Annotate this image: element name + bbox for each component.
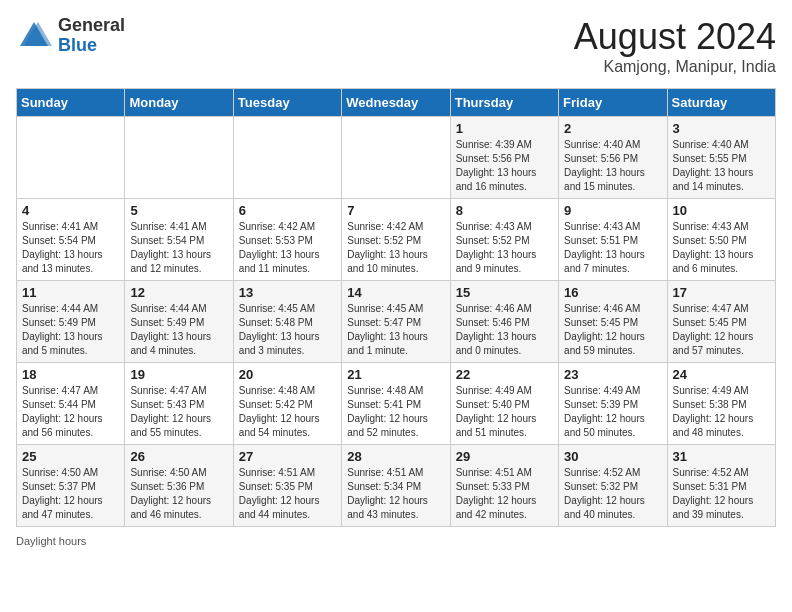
calendar-cell: 13Sunrise: 4:45 AM Sunset: 5:48 PM Dayli… (233, 281, 341, 363)
calendar-cell: 11Sunrise: 4:44 AM Sunset: 5:49 PM Dayli… (17, 281, 125, 363)
day-number: 16 (564, 285, 661, 300)
day-info: Sunrise: 4:49 AM Sunset: 5:38 PM Dayligh… (673, 384, 770, 440)
day-info: Sunrise: 4:49 AM Sunset: 5:40 PM Dayligh… (456, 384, 553, 440)
calendar-cell: 9Sunrise: 4:43 AM Sunset: 5:51 PM Daylig… (559, 199, 667, 281)
calendar-cell: 23Sunrise: 4:49 AM Sunset: 5:39 PM Dayli… (559, 363, 667, 445)
day-number: 19 (130, 367, 227, 382)
day-info: Sunrise: 4:49 AM Sunset: 5:39 PM Dayligh… (564, 384, 661, 440)
calendar-cell: 28Sunrise: 4:51 AM Sunset: 5:34 PM Dayli… (342, 445, 450, 527)
day-number: 17 (673, 285, 770, 300)
day-number: 24 (673, 367, 770, 382)
day-header-friday: Friday (559, 89, 667, 117)
calendar-week-3: 11Sunrise: 4:44 AM Sunset: 5:49 PM Dayli… (17, 281, 776, 363)
calendar-cell: 5Sunrise: 4:41 AM Sunset: 5:54 PM Daylig… (125, 199, 233, 281)
day-info: Sunrise: 4:47 AM Sunset: 5:44 PM Dayligh… (22, 384, 119, 440)
calendar-cell: 21Sunrise: 4:48 AM Sunset: 5:41 PM Dayli… (342, 363, 450, 445)
day-info: Sunrise: 4:48 AM Sunset: 5:42 PM Dayligh… (239, 384, 336, 440)
day-header-monday: Monday (125, 89, 233, 117)
calendar-cell: 12Sunrise: 4:44 AM Sunset: 5:49 PM Dayli… (125, 281, 233, 363)
calendar-cell: 22Sunrise: 4:49 AM Sunset: 5:40 PM Dayli… (450, 363, 558, 445)
logo-general-text: General (58, 16, 125, 36)
day-number: 22 (456, 367, 553, 382)
day-info: Sunrise: 4:51 AM Sunset: 5:33 PM Dayligh… (456, 466, 553, 522)
title-block: August 2024 Kamjong, Manipur, India (574, 16, 776, 76)
day-header-sunday: Sunday (17, 89, 125, 117)
calendar-week-1: 1Sunrise: 4:39 AM Sunset: 5:56 PM Daylig… (17, 117, 776, 199)
day-number: 8 (456, 203, 553, 218)
day-number: 11 (22, 285, 119, 300)
logo: General Blue (16, 16, 125, 56)
day-info: Sunrise: 4:41 AM Sunset: 5:54 PM Dayligh… (22, 220, 119, 276)
day-info: Sunrise: 4:43 AM Sunset: 5:50 PM Dayligh… (673, 220, 770, 276)
day-header-tuesday: Tuesday (233, 89, 341, 117)
day-info: Sunrise: 4:42 AM Sunset: 5:52 PM Dayligh… (347, 220, 444, 276)
day-number: 31 (673, 449, 770, 464)
calendar-cell (125, 117, 233, 199)
day-number: 26 (130, 449, 227, 464)
day-info: Sunrise: 4:52 AM Sunset: 5:31 PM Dayligh… (673, 466, 770, 522)
day-info: Sunrise: 4:45 AM Sunset: 5:47 PM Dayligh… (347, 302, 444, 358)
calendar-cell: 29Sunrise: 4:51 AM Sunset: 5:33 PM Dayli… (450, 445, 558, 527)
day-info: Sunrise: 4:46 AM Sunset: 5:45 PM Dayligh… (564, 302, 661, 358)
calendar-cell: 17Sunrise: 4:47 AM Sunset: 5:45 PM Dayli… (667, 281, 775, 363)
calendar-cell: 25Sunrise: 4:50 AM Sunset: 5:37 PM Dayli… (17, 445, 125, 527)
day-number: 25 (22, 449, 119, 464)
footer-note: Daylight hours (16, 535, 776, 547)
day-info: Sunrise: 4:48 AM Sunset: 5:41 PM Dayligh… (347, 384, 444, 440)
day-info: Sunrise: 4:39 AM Sunset: 5:56 PM Dayligh… (456, 138, 553, 194)
calendar-header-row: SundayMondayTuesdayWednesdayThursdayFrid… (17, 89, 776, 117)
calendar-cell: 19Sunrise: 4:47 AM Sunset: 5:43 PM Dayli… (125, 363, 233, 445)
day-number: 18 (22, 367, 119, 382)
day-info: Sunrise: 4:47 AM Sunset: 5:43 PM Dayligh… (130, 384, 227, 440)
day-number: 14 (347, 285, 444, 300)
calendar-cell: 18Sunrise: 4:47 AM Sunset: 5:44 PM Dayli… (17, 363, 125, 445)
calendar-cell: 6Sunrise: 4:42 AM Sunset: 5:53 PM Daylig… (233, 199, 341, 281)
day-header-saturday: Saturday (667, 89, 775, 117)
location: Kamjong, Manipur, India (574, 58, 776, 76)
day-info: Sunrise: 4:41 AM Sunset: 5:54 PM Dayligh… (130, 220, 227, 276)
calendar-cell: 3Sunrise: 4:40 AM Sunset: 5:55 PM Daylig… (667, 117, 775, 199)
day-number: 3 (673, 121, 770, 136)
calendar-week-5: 25Sunrise: 4:50 AM Sunset: 5:37 PM Dayli… (17, 445, 776, 527)
calendar-cell: 4Sunrise: 4:41 AM Sunset: 5:54 PM Daylig… (17, 199, 125, 281)
day-number: 5 (130, 203, 227, 218)
calendar-cell: 27Sunrise: 4:51 AM Sunset: 5:35 PM Dayli… (233, 445, 341, 527)
calendar-cell (233, 117, 341, 199)
calendar-cell: 30Sunrise: 4:52 AM Sunset: 5:32 PM Dayli… (559, 445, 667, 527)
day-number: 4 (22, 203, 119, 218)
calendar-cell: 15Sunrise: 4:46 AM Sunset: 5:46 PM Dayli… (450, 281, 558, 363)
day-number: 1 (456, 121, 553, 136)
day-info: Sunrise: 4:45 AM Sunset: 5:48 PM Dayligh… (239, 302, 336, 358)
day-number: 7 (347, 203, 444, 218)
logo-text: General Blue (58, 16, 125, 56)
day-info: Sunrise: 4:44 AM Sunset: 5:49 PM Dayligh… (130, 302, 227, 358)
day-number: 6 (239, 203, 336, 218)
day-info: Sunrise: 4:50 AM Sunset: 5:36 PM Dayligh… (130, 466, 227, 522)
day-info: Sunrise: 4:40 AM Sunset: 5:55 PM Dayligh… (673, 138, 770, 194)
calendar-cell (342, 117, 450, 199)
calendar-cell: 31Sunrise: 4:52 AM Sunset: 5:31 PM Dayli… (667, 445, 775, 527)
calendar-week-2: 4Sunrise: 4:41 AM Sunset: 5:54 PM Daylig… (17, 199, 776, 281)
day-number: 30 (564, 449, 661, 464)
logo-icon (16, 18, 52, 54)
calendar-week-4: 18Sunrise: 4:47 AM Sunset: 5:44 PM Dayli… (17, 363, 776, 445)
day-number: 10 (673, 203, 770, 218)
day-number: 15 (456, 285, 553, 300)
day-number: 9 (564, 203, 661, 218)
calendar-table: SundayMondayTuesdayWednesdayThursdayFrid… (16, 88, 776, 527)
calendar-cell: 8Sunrise: 4:43 AM Sunset: 5:52 PM Daylig… (450, 199, 558, 281)
day-number: 12 (130, 285, 227, 300)
day-info: Sunrise: 4:42 AM Sunset: 5:53 PM Dayligh… (239, 220, 336, 276)
calendar-cell: 10Sunrise: 4:43 AM Sunset: 5:50 PM Dayli… (667, 199, 775, 281)
day-info: Sunrise: 4:40 AM Sunset: 5:56 PM Dayligh… (564, 138, 661, 194)
calendar-cell: 20Sunrise: 4:48 AM Sunset: 5:42 PM Dayli… (233, 363, 341, 445)
day-info: Sunrise: 4:47 AM Sunset: 5:45 PM Dayligh… (673, 302, 770, 358)
day-number: 29 (456, 449, 553, 464)
calendar-cell: 2Sunrise: 4:40 AM Sunset: 5:56 PM Daylig… (559, 117, 667, 199)
day-number: 20 (239, 367, 336, 382)
day-info: Sunrise: 4:50 AM Sunset: 5:37 PM Dayligh… (22, 466, 119, 522)
day-info: Sunrise: 4:51 AM Sunset: 5:34 PM Dayligh… (347, 466, 444, 522)
calendar-cell: 1Sunrise: 4:39 AM Sunset: 5:56 PM Daylig… (450, 117, 558, 199)
day-info: Sunrise: 4:43 AM Sunset: 5:52 PM Dayligh… (456, 220, 553, 276)
day-info: Sunrise: 4:51 AM Sunset: 5:35 PM Dayligh… (239, 466, 336, 522)
